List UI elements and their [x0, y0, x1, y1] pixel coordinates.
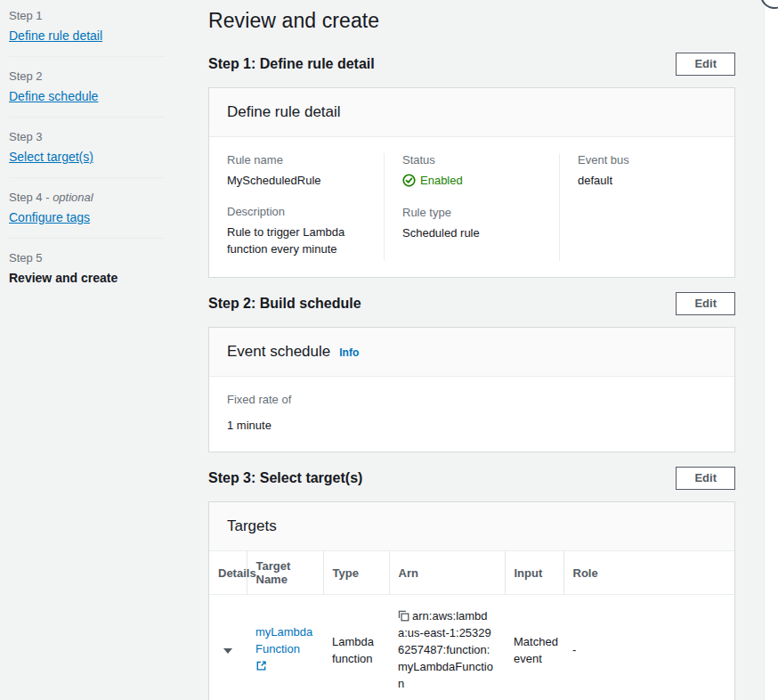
status-value: Enabled: [420, 172, 463, 189]
sidebar-step-1: Step 1 Define rule detail: [9, 9, 165, 43]
sidebar-divider: [9, 117, 165, 118]
rule-detail-column-2: Status Enabled Rule type Scheduled rule: [384, 153, 559, 261]
fixed-rate-value: 1 minute: [227, 417, 387, 434]
sidebar-step-3: Step 3 Select target(s): [9, 130, 165, 164]
step2-edit-button[interactable]: Edit: [676, 292, 735, 315]
optional-label: optional: [53, 191, 93, 204]
right-rail: [764, 0, 778, 700]
step1-edit-button[interactable]: Edit: [676, 53, 735, 76]
wizard-steps-sidebar: Step 1 Define rule detail Step 2 Define …: [0, 0, 208, 700]
define-rule-detail-card-header: Define rule detail: [209, 88, 734, 137]
step3-heading: Step 3: Select target(s): [208, 470, 362, 486]
arn-cell: arn:aws:lambda:us-east-1:253296257487:fu…: [389, 595, 505, 700]
page-title: Review and create: [208, 9, 735, 33]
rule-detail-column-1: Rule name MyScheduledRule Description Ru…: [209, 153, 384, 261]
column-header-target-name: Target Name: [247, 551, 323, 595]
define-rule-detail-card-body: Rule name MyScheduledRule Description Ru…: [209, 137, 734, 277]
status-badge: Enabled: [402, 172, 463, 189]
rule-detail-column-3: Event bus default: [559, 153, 734, 261]
rule-type-value: Scheduled rule: [402, 224, 541, 241]
sidebar-current-step-review-and-create: Review and create: [9, 271, 118, 285]
column-header-input: Input: [505, 551, 563, 595]
status-field: Status Enabled: [402, 153, 541, 190]
column-header-arn: Arn: [389, 551, 505, 595]
event-schedule-card-header: Event schedule Info: [209, 328, 734, 377]
event-schedule-card: Event schedule Info Fixed rate of 1 minu…: [208, 327, 735, 452]
description-value: Rule to trigger Lambda function every mi…: [227, 224, 366, 257]
rule-name-label: Rule name: [227, 153, 366, 167]
rule-type-label: Rule type: [402, 206, 541, 219]
external-link-icon: [255, 659, 267, 676]
define-rule-detail-card-title: Define rule detail: [227, 103, 341, 121]
info-link[interactable]: Info: [339, 346, 359, 359]
sidebar-divider: [9, 177, 165, 178]
sidebar-step-5: Step 5 Review and create: [9, 251, 165, 285]
sidebar-link-select-targets[interactable]: Select target(s): [9, 150, 93, 164]
rule-name-value: MyScheduledRule: [227, 172, 366, 189]
step2-heading: Step 2: Build schedule: [208, 296, 361, 312]
sidebar-link-configure-tags[interactable]: Configure tags: [9, 210, 90, 224]
define-rule-detail-card: Define rule detail Rule name MyScheduled…: [208, 87, 735, 278]
input-cell: Matched event: [505, 595, 563, 700]
step-3-number: Step 3: [9, 130, 165, 143]
targets-card-header: Targets: [209, 502, 734, 551]
event-bus-value: default: [578, 172, 717, 189]
details-expand-caret-icon[interactable]: [223, 648, 232, 654]
step-4-number: Step 4 - optional: [9, 191, 165, 204]
type-cell: Lambda function: [323, 595, 389, 700]
main-content: Review and create Step 1: Define rule de…: [208, 0, 764, 700]
sidebar-link-define-schedule[interactable]: Define schedule: [9, 89, 98, 103]
targets-card: Targets Details Target Name Type Arn Inp…: [208, 501, 735, 700]
check-circle-icon: [402, 174, 416, 187]
sidebar-divider: [9, 238, 165, 239]
targets-table: Details Target Name Type Arn Input Role: [209, 551, 734, 700]
rule-type-field: Rule type Scheduled rule: [402, 206, 541, 241]
targets-card-title: Targets: [227, 517, 277, 535]
step-1-number: Step 1: [9, 9, 165, 22]
step1-section-header: Step 1: Define rule detail Edit: [208, 53, 735, 76]
step2-section-header: Step 2: Build schedule Edit: [208, 292, 735, 315]
column-header-role: Role: [563, 551, 734, 595]
step-2-number: Step 2: [9, 69, 165, 83]
copy-arn-icon[interactable]: [398, 610, 409, 624]
event-schedule-card-title: Event schedule: [227, 343, 330, 361]
sidebar-divider: [9, 56, 165, 57]
sidebar-step-2: Step 2 Define schedule: [9, 69, 165, 103]
step1-heading: Step 1: Define rule detail: [208, 56, 375, 72]
column-header-details: Details: [209, 551, 247, 595]
step3-edit-button[interactable]: Edit: [676, 467, 735, 490]
fixed-rate-label: Fixed rate of: [227, 393, 717, 406]
arn-text: arn:aws:lambda:us-east-1:253296257487:fu…: [398, 609, 493, 690]
target-name-link[interactable]: myLambdaFunction: [255, 625, 312, 672]
page-container: Step 1 Define rule detail Step 2 Define …: [0, 0, 778, 700]
column-header-type: Type: [323, 551, 389, 595]
description-field: Description Rule to trigger Lambda funct…: [227, 205, 366, 257]
target-name-cell: myLambdaFunction: [247, 595, 323, 700]
description-label: Description: [227, 205, 366, 218]
targets-table-header-row: Details Target Name Type Arn Input Role: [209, 551, 734, 595]
role-cell: -: [563, 595, 734, 700]
rule-name-field: Rule name MyScheduledRule: [227, 153, 366, 189]
target-row: myLambdaFunction Lambda function arn:aws…: [209, 595, 734, 700]
sidebar-step-4: Step 4 - optional Configure tags: [9, 191, 165, 224]
event-bus-field: Event bus default: [578, 153, 717, 189]
status-label: Status: [402, 153, 541, 167]
sidebar-link-define-rule-detail[interactable]: Define rule detail: [9, 28, 102, 43]
event-schedule-card-body: Fixed rate of 1 minute: [209, 377, 734, 452]
details-cell: [209, 595, 247, 700]
event-bus-label: Event bus: [578, 153, 717, 167]
step3-section-header: Step 3: Select target(s) Edit: [208, 467, 735, 490]
step-5-number: Step 5: [9, 251, 165, 265]
